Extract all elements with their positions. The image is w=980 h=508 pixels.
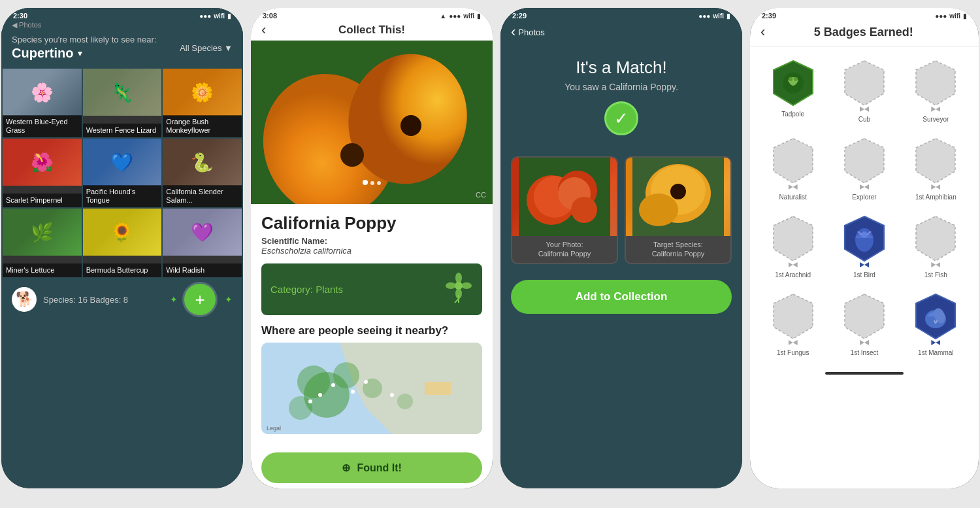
- species-cell-0[interactable]: 🌸 Western Blue-Eyed Grass: [3, 69, 82, 137]
- badge-shape-fungus: [770, 293, 817, 340]
- fish-badge-svg: [913, 215, 958, 262]
- badge-bow-amphibian: [931, 184, 940, 190]
- back-photos-1[interactable]: ◀ Photos: [1, 21, 243, 31]
- s1-stats: Species: 16 Badges: 8: [43, 295, 161, 305]
- target-photo-img: [626, 158, 730, 236]
- sparkle-icon-1: ✦: [170, 294, 178, 305]
- species-img-8: 💜: [163, 209, 242, 256]
- badge-bow-fungus: [789, 340, 798, 345]
- arachnid-badge-svg: [771, 215, 815, 262]
- species-cell-5[interactable]: 🐍 California Slender Salam...: [163, 139, 242, 207]
- s4-nav: ‹ 5 Badges Earned!: [750, 21, 979, 46]
- svg-point-37: [639, 194, 678, 226]
- s4-back-button[interactable]: ‹: [760, 24, 765, 41]
- badge-label-amphibian: 1st Amphibian: [915, 194, 956, 201]
- wifi-icon-4: wifi: [949, 12, 960, 20]
- signal-icon-2: ●●●: [449, 12, 461, 20]
- location-icon-2: ▲: [440, 12, 446, 20]
- badge-tadpole: Tadpole: [759, 54, 826, 128]
- battery-icon-3: ▮: [727, 12, 730, 20]
- species-cell-6[interactable]: 🌿 Miner's Lettuce: [3, 209, 82, 277]
- badge-1st-fish: 1st Fish: [902, 210, 970, 284]
- species-img-7: 🌻: [83, 209, 162, 256]
- s2-back-button[interactable]: ‹: [261, 22, 266, 39]
- s3-match-area: It's a Match! You saw a California Poppy…: [500, 44, 742, 156]
- svg-point-16: [297, 365, 330, 398]
- wifi-icon-1: wifi: [214, 12, 225, 20]
- match-subtitle: You saw a California Poppy.: [511, 82, 732, 92]
- sci-name: Eschscholzia californica: [261, 246, 482, 256]
- species-cell-1[interactable]: 🦎 Western Fence Lizard: [83, 69, 162, 137]
- amphibian-badge-svg: [913, 137, 958, 184]
- category-bar: Category: Plants: [261, 263, 482, 315]
- badge-bow-naturalist: [789, 184, 798, 190]
- species-cell-2[interactable]: 🌼 Orange Bush Monkeyflower: [163, 69, 242, 137]
- badge-label-fish: 1st Fish: [924, 271, 947, 279]
- s1-header: Species you're most likely to see near: …: [1, 31, 243, 69]
- badge-shape-amphibian: [912, 137, 959, 184]
- badge-bow-cub: [860, 107, 869, 112]
- cc-label: CC: [476, 191, 486, 199]
- species-cell-4[interactable]: 💙 Pacific Hound's Tongue: [83, 139, 162, 207]
- map-legal-label: Legal: [267, 425, 281, 432]
- species-img-5: 🐍: [163, 139, 242, 186]
- badge-shape-insect: [841, 293, 888, 340]
- phone-2: 3:08 ▲ ●●● wifi ▮ ‹ Collect This!: [251, 8, 493, 488]
- badge-bow-mammal: [931, 340, 940, 345]
- map-view[interactable]: Legal: [261, 343, 482, 434]
- found-plus-icon: ⊕: [342, 462, 350, 473]
- badge-label-fungus: 1st Fungus: [777, 349, 809, 356]
- s1-footer: 🐕 Species: 16 Badges: 8 ✦ + ✦: [1, 277, 243, 322]
- badge-label-mammal: 1st Mammal: [918, 349, 953, 356]
- badge-explorer: Explorer: [830, 132, 898, 206]
- badge-1st-amphibian: 1st Amphibian: [902, 132, 970, 206]
- dog-icon: 🐕: [12, 287, 37, 312]
- s1-filter[interactable]: All Species ▼: [180, 43, 233, 53]
- status-bar-3: 2:29 ●●● wifi ▮: [500, 8, 742, 21]
- svg-point-4: [400, 115, 421, 136]
- signal-icon-3: ●●●: [698, 12, 710, 20]
- time-3: 2:29: [512, 12, 527, 20]
- add-button[interactable]: +: [184, 284, 216, 315]
- badge-bow-insect: [860, 340, 869, 345]
- species-img-4: 💙: [83, 139, 162, 186]
- found-label: Found It!: [357, 462, 402, 473]
- s1-location[interactable]: Cupertino ▼: [12, 46, 156, 61]
- badge-label-arachnid: 1st Arachnid: [775, 271, 811, 279]
- time-4: 2:39: [762, 12, 776, 20]
- insect-badge-svg: [842, 293, 887, 340]
- badge-1st-insect: 1st Insect: [830, 288, 898, 362]
- wifi-icon-3: wifi: [713, 12, 724, 20]
- svg-point-20: [397, 394, 413, 409]
- species-label-8: Wild Radish: [163, 263, 242, 277]
- badge-1st-mammal: 1st Mammal: [902, 288, 970, 362]
- s3-nav: ‹ Photos: [500, 21, 742, 44]
- badge-1st-bird: 1st Bird: [830, 210, 898, 284]
- species-label-2: Orange Bush Monkeyflower: [163, 115, 242, 137]
- add-to-collection-button[interactable]: Add to Collection: [511, 280, 732, 314]
- species-cell-3[interactable]: 🌺 Scarlet Pimpernel: [3, 139, 82, 207]
- species-cell-8[interactable]: 💜 Wild Radish: [163, 209, 242, 277]
- species-label-6: Miner's Lettuce: [3, 263, 82, 277]
- badge-shape-tadpole: [770, 59, 817, 107]
- explorer-badge-svg: [842, 137, 887, 184]
- s3-back-button[interactable]: ‹: [511, 24, 515, 41]
- badge-bow-bird: [860, 262, 869, 267]
- badge-shape-arachnid: [770, 215, 817, 262]
- badge-shape-fish: [912, 215, 959, 262]
- svg-point-9: [461, 282, 472, 289]
- badge-1st-fungus: 1st Fungus: [759, 288, 826, 362]
- tadpole-badge-svg: [771, 59, 815, 107]
- fungus-badge-svg: [771, 293, 815, 340]
- badge-label-naturalist: Naturalist: [779, 194, 807, 201]
- bird-badge-svg: [842, 215, 887, 262]
- screen-1-species-list: 2:30 ●●● wifi ▮ ◀ Photos Species you're …: [1, 8, 243, 488]
- badge-shape-surveyor: [912, 59, 959, 107]
- species-cell-7[interactable]: 🌻 Bermuda Buttercup: [83, 209, 162, 277]
- found-it-button[interactable]: ⊕ Found It!: [261, 452, 482, 483]
- svg-point-32: [571, 197, 597, 223]
- svg-point-23: [308, 399, 312, 403]
- signal-icon-1: ●●●: [199, 12, 211, 20]
- svg-point-26: [390, 393, 394, 397]
- species-label-4: Pacific Hound's Tongue: [83, 185, 162, 207]
